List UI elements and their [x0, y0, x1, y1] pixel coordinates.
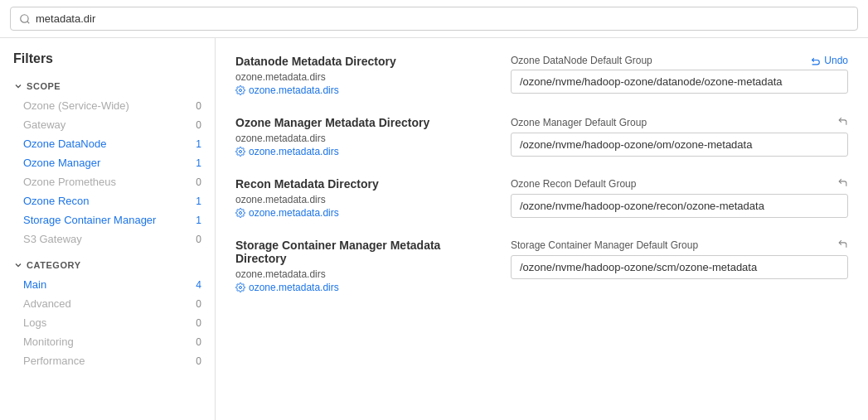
filter-item-count: 0 [196, 176, 201, 188]
config-group-label: Ozone DataNode Default Group [511, 55, 652, 66]
sidebar-item-ozone-(service-wide)[interactable]: Ozone (Service-Wide)0 [0, 96, 215, 115]
svg-point-0 [21, 14, 28, 22]
return-icon [837, 177, 848, 191]
config-left: Storage Container Manager Metadata Direc… [235, 239, 484, 293]
category-section: CATEGORY Main4Advanced0Logs0Monitoring0P… [0, 255, 215, 370]
filter-item-label: Monitoring [23, 336, 74, 348]
svg-point-5 [240, 287, 242, 289]
filter-item-label: Main [23, 278, 46, 291]
sidebar-item-s3-gateway[interactable]: S3 Gateway0 [0, 229, 215, 249]
config-name: Ozone Manager Metadata Directory [235, 116, 484, 129]
scope-label: SCOPE [27, 81, 61, 91]
config-key: ozone.metadata.dirs [235, 194, 484, 205]
config-name: Datanode Metadata Directory [235, 55, 484, 68]
sidebar-item-ozone-prometheus[interactable]: Ozone Prometheus0 [0, 172, 215, 191]
config-group-label: Ozone Recon Default Group [511, 178, 636, 190]
config-group-header: Ozone Manager Default Group [511, 116, 848, 129]
filter-item-label: S3 Gateway [23, 233, 82, 245]
config-value-input[interactable] [511, 70, 848, 94]
filter-item-count: 0 [196, 234, 201, 245]
content-area: Datanode Metadata Directory ozone.metada… [216, 38, 868, 420]
sidebar-item-advanced[interactable]: Advanced0 [0, 294, 215, 313]
filter-item-label: Logs [23, 316, 46, 329]
sidebar-title: Filters [0, 51, 215, 76]
sidebar-item-performance[interactable]: Performance0 [0, 351, 215, 370]
search-container[interactable] [10, 7, 858, 31]
filter-item-count: 0 [196, 100, 201, 112]
svg-point-4 [240, 212, 242, 215]
filter-item-count: 4 [196, 279, 201, 291]
scope-header[interactable]: SCOPE [0, 76, 215, 96]
filter-item-count: 0 [196, 336, 201, 348]
filter-item-label: Gateway [23, 118, 65, 131]
config-row: Datanode Metadata Directory ozone.metada… [235, 55, 848, 96]
sidebar: Filters SCOPE Ozone (Service-Wide)0Gatew… [0, 38, 216, 420]
filter-item-label: Ozone DataNode [23, 138, 106, 150]
gear-icon [235, 208, 245, 218]
config-right: Ozone Manager Default Group [511, 116, 848, 157]
config-left: Datanode Metadata Directory ozone.metada… [235, 55, 484, 96]
config-right: Storage Container Manager Default Group [511, 239, 848, 279]
category-header[interactable]: CATEGORY [0, 255, 215, 275]
config-left: Recon Metadata Directory ozone.metadata.… [235, 177, 484, 219]
category-label: CATEGORY [27, 260, 81, 270]
config-list: Datanode Metadata Directory ozone.metada… [235, 55, 848, 293]
config-key: ozone.metadata.dirs [235, 71, 484, 83]
scope-items-container: Ozone (Service-Wide)0Gateway0Ozone DataN… [0, 96, 215, 249]
svg-point-3 [240, 151, 242, 153]
filter-item-count: 1 [196, 196, 201, 207]
sidebar-item-ozone-recon[interactable]: Ozone Recon1 [0, 191, 215, 210]
return-icon [837, 239, 848, 252]
config-link[interactable]: ozone.metadata.dirs [235, 84, 484, 96]
config-right: Ozone Recon Default Group [511, 177, 848, 218]
sidebar-item-ozone-datanode[interactable]: Ozone DataNode1 [0, 134, 215, 153]
config-group-label: Storage Container Manager Default Group [511, 239, 698, 251]
search-icon [19, 13, 31, 25]
config-group-header: Ozone DataNode Default Group Undo [511, 55, 848, 66]
filter-item-count: 0 [196, 298, 201, 310]
sidebar-item-ozone-manager[interactable]: Ozone Manager1 [0, 153, 215, 172]
svg-point-2 [240, 89, 242, 92]
config-name: Storage Container Manager Metadata Direc… [235, 239, 484, 265]
filter-item-label: Ozone Prometheus [23, 176, 116, 188]
return-icon [837, 116, 848, 129]
svg-line-1 [27, 21, 30, 23]
sidebar-item-monitoring[interactable]: Monitoring0 [0, 332, 215, 351]
filter-item-count: 1 [196, 157, 201, 169]
filter-item-label: Performance [23, 355, 85, 367]
config-name: Recon Metadata Directory [235, 177, 484, 191]
config-link[interactable]: ozone.metadata.dirs [235, 146, 484, 157]
config-right: Ozone DataNode Default Group Undo [511, 55, 848, 94]
config-left: Ozone Manager Metadata Directory ozone.m… [235, 116, 484, 157]
config-group-header: Ozone Recon Default Group [511, 177, 848, 191]
filter-item-label: Storage Container Manager [23, 214, 156, 226]
config-link[interactable]: ozone.metadata.dirs [235, 207, 484, 219]
config-value-input[interactable] [511, 194, 848, 218]
scope-section: SCOPE Ozone (Service-Wide)0Gateway0Ozone… [0, 76, 215, 249]
config-group-header: Storage Container Manager Default Group [511, 239, 848, 252]
sidebar-item-gateway[interactable]: Gateway0 [0, 115, 215, 134]
sidebar-item-logs[interactable]: Logs0 [0, 313, 215, 332]
config-row: Recon Metadata Directory ozone.metadata.… [235, 177, 848, 219]
filter-item-count: 0 [196, 317, 201, 329]
config-key: ozone.metadata.dirs [235, 133, 484, 144]
config-key: ozone.metadata.dirs [235, 268, 484, 280]
config-row: Ozone Manager Metadata Directory ozone.m… [235, 116, 848, 157]
chevron-down-icon [13, 81, 23, 91]
gear-icon [235, 282, 245, 292]
gear-icon [235, 147, 245, 157]
filter-item-count: 0 [196, 119, 201, 131]
config-row: Storage Container Manager Metadata Direc… [235, 239, 848, 293]
search-input[interactable] [36, 12, 849, 25]
config-value-input[interactable] [511, 133, 848, 157]
config-link[interactable]: ozone.metadata.dirs [235, 282, 484, 293]
sidebar-item-main[interactable]: Main4 [0, 275, 215, 294]
undo-button[interactable]: Undo [811, 55, 848, 66]
sidebar-item-storage-container-manager[interactable]: Storage Container Manager1 [0, 210, 215, 229]
filter-item-label: Ozone Recon [23, 195, 90, 207]
category-items-container: Main4Advanced0Logs0Monitoring0Performanc… [0, 275, 215, 370]
config-group-label: Ozone Manager Default Group [511, 117, 647, 128]
undo-icon [811, 56, 822, 66]
filter-item-label: Advanced [23, 297, 71, 310]
config-value-input[interactable] [511, 255, 848, 279]
